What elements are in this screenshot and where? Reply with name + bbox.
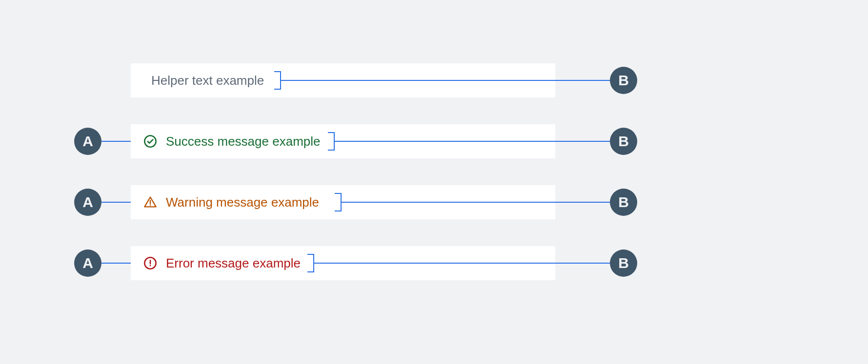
connector-line-b (335, 141, 610, 142)
connector-line-a (101, 263, 132, 264)
error-circle-icon (143, 256, 157, 270)
annotation-badge-a: A (74, 249, 101, 277)
bracket-right-icon (328, 132, 335, 151)
bracket-right-icon (335, 193, 342, 211)
connector-line-b (314, 263, 610, 264)
annotation-badge-b: B (610, 189, 637, 216)
connector-line-a (101, 202, 132, 203)
connector-line-a (101, 141, 132, 142)
error-text: Error message example (166, 256, 301, 271)
row-success: A Success message example B (0, 124, 868, 158)
svg-point-5 (150, 265, 151, 267)
annotation-badge-a: A (74, 189, 101, 216)
bracket-right-icon (307, 254, 314, 272)
warning-triangle-icon (143, 195, 157, 209)
svg-point-0 (144, 135, 156, 147)
svg-point-2 (150, 205, 151, 206)
annotation-badge-b: B (610, 128, 637, 155)
row-error: A Error message example B (0, 246, 868, 280)
bracket-right-icon (274, 71, 281, 90)
annotation-badge-b: B (610, 249, 637, 277)
helper-text: Helper text example (151, 73, 264, 88)
row-warning: A Warning message example B (0, 185, 868, 219)
diagram-container: Helper text example B A Success message … (0, 0, 868, 364)
connector-line-b (342, 202, 610, 203)
row-helper: Helper text example B (0, 63, 868, 97)
annotation-badge-b: B (610, 67, 637, 94)
success-text: Success message example (166, 134, 320, 149)
annotation-badge-a: A (74, 128, 101, 155)
check-circle-icon (143, 134, 157, 148)
connector-line-b (281, 80, 610, 81)
warning-text: Warning message example (166, 195, 319, 210)
